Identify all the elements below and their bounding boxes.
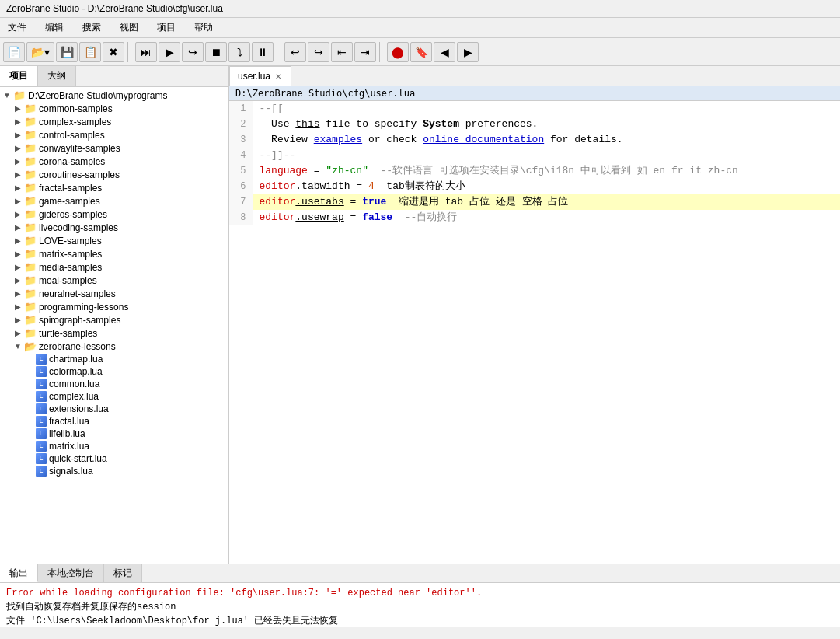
tree-item[interactable]: ▶📁LOVE-samples [0,234,228,247]
tree-item[interactable]: Lcolormap.lua [0,365,228,378]
tree-item[interactable]: Llifelib.lua [0,428,228,440]
line-content[interactable]: editor.tabwidth = 4 tab制表符的大小 [253,179,840,194]
folder-toggle[interactable]: ▶ [12,262,23,273]
line-content[interactable]: --]]-- [253,148,840,163]
item-label: gideros-samples [39,209,107,220]
folder-toggle[interactable]: ▶ [12,196,23,207]
tree-item[interactable]: Lcommon.lua [0,378,228,390]
menu-view[interactable]: 视图 [115,19,143,36]
run-button[interactable]: ▶ [159,42,180,62]
tree-item[interactable]: ▶📁common-samples [0,102,228,115]
tree-item[interactable]: ▶📁media-samples [0,260,228,274]
step-out-right[interactable]: ⇥ [354,42,376,62]
line-content[interactable]: --[[ [253,101,840,117]
tree-item[interactable]: ▶📁game-samples [0,194,228,208]
run-to-cursor-button[interactable]: ↪ [182,42,204,62]
line-content[interactable]: language = "zh-cn" --软件语言 可选项在安装目录\cfg\i… [253,163,840,179]
folder-toggle[interactable]: ▶ [12,130,23,141]
menu-project[interactable]: 项目 [152,19,180,36]
menu-edit[interactable]: 编辑 [40,19,68,36]
folder-toggle[interactable]: ▶ [12,117,23,127]
bottom-tab-console[interactable]: 本地控制台 [38,564,104,582]
folder-toggle[interactable]: ▶ [12,209,23,220]
code-line: 2 Use this file to specify System prefer… [229,117,840,132]
tree-item[interactable]: ▶📁programming-lessons [0,300,228,313]
breakpoint-button[interactable]: ⬤ [387,42,409,62]
tree-item[interactable]: Lquick-start.lua [0,452,228,465]
folder-toggle[interactable]: ▶ [12,103,23,114]
tree-item[interactable]: ▶📁moai-samples [0,274,228,287]
save-button[interactable]: 💾 [56,42,78,62]
line-content[interactable]: Review examples or check online document… [253,132,840,148]
tab-outline[interactable]: 大纲 [38,66,76,86]
bottom-tab-output[interactable]: 输出 [0,564,38,582]
folder-toggle[interactable]: ▶ [12,302,23,313]
folder-toggle[interactable]: ▶ [12,169,23,180]
root-toggle[interactable]: ▼ [2,90,12,101]
tree-item[interactable]: ▶📁control-samples [0,128,228,141]
step-over-left[interactable]: ↩ [284,42,306,62]
tab-project[interactable]: 项目 [0,66,38,86]
next-button[interactable]: ▶ [457,42,479,62]
code-editor[interactable]: 1--[[2 Use this file to specify System p… [229,101,840,564]
tree-item[interactable]: Lsignals.lua [0,465,228,477]
line-content[interactable]: Use this file to specify System preferen… [253,117,840,132]
tree-item[interactable]: ▶📁coroutines-samples [0,168,228,181]
menu-file[interactable]: 文件 [3,19,31,36]
step-into-button[interactable]: ⤵ [228,42,250,62]
sep2 [277,42,281,62]
pause-button[interactable]: ⏸ [252,42,274,62]
folder-toggle[interactable]: ▶ [12,156,23,167]
folder-toggle[interactable]: ▶ [12,328,23,339]
folder-toggle[interactable]: ▶ [12,249,23,260]
folder-toggle[interactable]: ▼ [12,341,23,352]
saveas-button[interactable]: 📋 [79,42,101,62]
tree-item[interactable]: Lcomplex.lua [0,390,228,403]
stop-button[interactable]: ⏹ [205,42,227,62]
folder-toggle[interactable]: ▶ [12,236,23,246]
code-line: 6editor.tabwidth = 4 tab制表符的大小 [229,179,840,194]
open-button[interactable]: 📂▾ [26,42,54,62]
tree-item[interactable]: Lchartmap.lua [0,353,228,365]
folder-toggle[interactable]: ▶ [12,315,23,326]
tree-item[interactable]: ▶📁matrix-samples [0,247,228,260]
tree-item[interactable]: Lmatrix.lua [0,440,228,452]
menu-search[interactable]: 搜索 [78,19,106,36]
new-button[interactable]: 📄 [3,42,25,62]
tree-item[interactable]: ▶📁conwaylife-samples [0,141,228,155]
folder-toggle[interactable]: ▶ [12,143,23,154]
bottom-tab-marks[interactable]: 标记 [104,564,142,582]
step-over-right[interactable]: ↪ [308,42,329,62]
tree-item[interactable]: Lfractal.lua [0,415,228,428]
line-content[interactable]: editor.usetabs = true 缩进是用 tab 占位 还是 空格 … [253,194,840,210]
root-folder-icon: 📁 [13,89,26,101]
tree-item[interactable]: ▶📁gideros-samples [0,208,228,221]
editor-tab-user-lua[interactable]: user.lua ✕ [229,66,291,86]
item-label: livecoding-samples [39,222,118,233]
run-project-button[interactable]: ⏭ [135,42,157,62]
tree-item[interactable]: ▶📁turtle-samples [0,326,228,340]
folder-toggle[interactable]: ▶ [12,288,23,299]
tree-item[interactable]: ▶📁livecoding-samples [0,221,228,234]
line-content[interactable]: editor.usewrap = false --自动换行 [253,210,840,225]
bookmark-button[interactable]: 🔖 [410,42,432,62]
tab-label: user.lua [238,71,270,82]
step-out-left[interactable]: ⇤ [331,42,353,62]
prev-button[interactable]: ◀ [434,42,455,62]
close-file-button[interactable]: ✖ [103,42,124,62]
tree-item[interactable]: ▶📁spirograph-samples [0,313,228,326]
tree-item[interactable]: Lextensions.lua [0,403,228,415]
editor-tabs: user.lua ✕ [229,66,840,86]
tree-item[interactable]: ▶📁fractal-samples [0,181,228,194]
tree-item[interactable]: ▶📁corona-samples [0,155,228,168]
tree-item[interactable]: ▼📂zerobrane-lessons [0,340,228,353]
menu-help[interactable]: 帮助 [190,19,218,36]
item-label: neuralnet-samples [39,288,116,299]
tree-item[interactable]: ▶📁complex-samples [0,115,228,128]
folder-toggle[interactable]: ▶ [12,183,23,194]
folder-toggle[interactable]: ▶ [12,222,23,233]
tab-close-button[interactable]: ✕ [274,72,283,81]
folder-toggle[interactable]: ▶ [12,275,23,286]
tree-root-item[interactable]: ▼ 📁 D:\ZeroBrane Studio\myprograms [0,89,228,102]
tree-item[interactable]: ▶📁neuralnet-samples [0,287,228,300]
